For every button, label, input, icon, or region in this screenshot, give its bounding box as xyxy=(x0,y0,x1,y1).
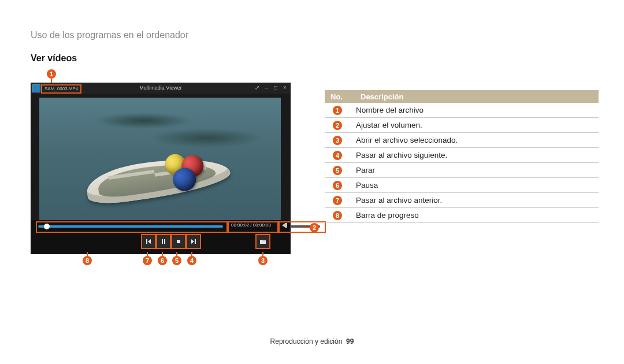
callout-1: 1 xyxy=(47,69,56,79)
table-row: 5Parar xyxy=(325,163,599,178)
pause-button[interactable] xyxy=(156,234,171,249)
transport-buttons xyxy=(31,234,290,251)
folder-icon xyxy=(259,238,266,245)
table-row: 7Pasar al archivo anterior. xyxy=(325,193,599,208)
expand-icon[interactable]: ⤢ xyxy=(254,84,260,91)
callout-4: 4 xyxy=(187,256,196,265)
row-description: Pasar al archivo anterior. xyxy=(356,196,442,205)
description-table: No. Descripción 1Nombre del archivo2Ajus… xyxy=(325,90,599,223)
skip-previous-icon xyxy=(145,238,152,245)
col-no-label: No. xyxy=(325,92,361,101)
stop-icon xyxy=(175,238,182,245)
window-title: Multimedia Viewer xyxy=(31,85,290,91)
row-description: Abrir el archivo seleccionado. xyxy=(356,136,458,144)
speaker-icon[interactable] xyxy=(282,223,285,228)
row-description: Pasar al archivo siguiente. xyxy=(356,151,447,159)
page-header: Uso de los programas en el ordenador xyxy=(31,30,188,40)
row-number-badge: 5 xyxy=(333,166,342,175)
leader-line xyxy=(176,252,177,257)
leader-line xyxy=(162,252,163,257)
row-description: Barra de progreso xyxy=(356,211,419,220)
skip-next-icon xyxy=(190,238,197,245)
callout-3: 3 xyxy=(258,256,268,265)
previous-button[interactable] xyxy=(141,234,156,249)
table-row: 6Pausa xyxy=(325,178,599,193)
close-icon[interactable]: × xyxy=(282,84,288,91)
section-subtitle: Ver vídeos xyxy=(31,53,77,64)
video-frame xyxy=(39,98,281,231)
row-description: Nombre del archivo xyxy=(356,106,424,114)
row-number-badge: 8 xyxy=(333,211,342,220)
progress-thumb[interactable] xyxy=(44,224,50,229)
callout-6: 6 xyxy=(158,256,167,265)
progress-track[interactable] xyxy=(38,225,223,228)
player-controls: 00:00:02 / 00:00:08 xyxy=(31,220,290,254)
footer-section: Reproducción y edición xyxy=(270,337,343,346)
stop-button[interactable] xyxy=(171,234,186,249)
multimedia-viewer-window: SAM_0003.MP4 Multimedia Viewer ⤢ – □ × 0… xyxy=(31,83,291,254)
row-number-badge: 3 xyxy=(333,136,342,145)
leader-line xyxy=(300,227,310,228)
row-description: Ajustar el volumen. xyxy=(356,121,422,129)
callout-8: 8 xyxy=(83,256,92,265)
window-buttons: ⤢ – □ × xyxy=(254,84,288,91)
svg-rect-0 xyxy=(177,240,180,243)
row-number-badge: 1 xyxy=(333,106,342,115)
col-desc-label: Descripción xyxy=(361,92,599,101)
row-number-badge: 4 xyxy=(333,151,342,160)
table-row: 8Barra de progreso xyxy=(325,208,599,223)
leader-line xyxy=(262,252,263,257)
minimize-icon[interactable]: – xyxy=(263,84,269,91)
time-display: 00:00:02 / 00:00:08 xyxy=(231,222,271,228)
next-button[interactable] xyxy=(186,234,201,249)
table-row: 1Nombre del archivo xyxy=(325,103,599,118)
row-number-badge: 2 xyxy=(333,121,342,130)
pause-icon xyxy=(160,238,167,245)
page-number: 99 xyxy=(346,337,354,346)
row-description: Parar xyxy=(356,166,375,174)
leader-line xyxy=(191,252,192,257)
callout-2: 2 xyxy=(310,223,319,232)
row-description: Pausa xyxy=(356,181,378,190)
table-header: No. Descripción xyxy=(325,90,599,103)
callout-7: 7 xyxy=(143,256,152,265)
table-row: 3Abrir el archivo seleccionado. xyxy=(325,133,599,148)
page-footer: Reproducción y edición 99 xyxy=(0,337,624,346)
table-row: 4Pasar al archivo siguiente. xyxy=(325,148,599,163)
open-file-button[interactable] xyxy=(255,234,270,249)
row-number-badge: 6 xyxy=(333,181,342,190)
row-number-badge: 7 xyxy=(333,196,342,205)
callout-5: 5 xyxy=(172,256,181,265)
table-row: 2Ajustar el volumen. xyxy=(325,118,599,133)
leader-line xyxy=(87,252,88,257)
window-titlebar: SAM_0003.MP4 Multimedia Viewer ⤢ – □ × xyxy=(31,83,290,94)
leader-line xyxy=(147,252,148,257)
maximize-icon[interactable]: □ xyxy=(273,84,278,91)
